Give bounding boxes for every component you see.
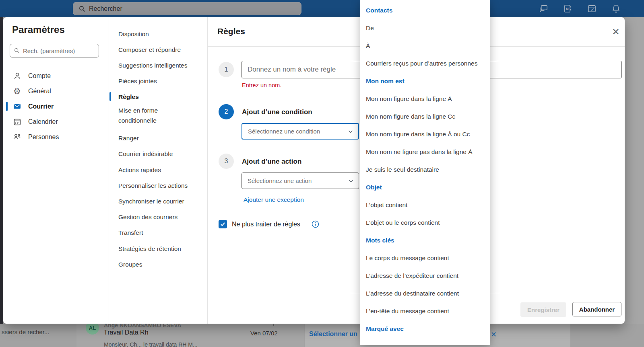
action-select[interactable]: Sélectionnez une action bbox=[242, 172, 359, 189]
menu-item[interactable]: Mon nom figure dans la ligne À ou Cc bbox=[360, 125, 490, 143]
stop-processing-checkbox[interactable] bbox=[219, 220, 227, 228]
condition-select[interactable]: Sélectionnez une condition bbox=[242, 123, 359, 140]
condition-select-placeholder: Sélectionnez une condition bbox=[248, 128, 320, 135]
folder-pane-text: ssiers de recher... bbox=[2, 329, 49, 335]
onenote-icon[interactable]: N bbox=[563, 4, 572, 13]
category-strategies[interactable]: Stratégies de rétention bbox=[109, 241, 207, 257]
search-icon bbox=[79, 6, 85, 12]
mail-preview: Monsieur, Ch... le travail data RH M... bbox=[104, 341, 198, 347]
category-synchroniser[interactable]: Synchroniser le courrier bbox=[109, 193, 207, 209]
save-button[interactable]: Enregistrer bbox=[520, 302, 566, 317]
category-label: Synchroniser le courrier bbox=[118, 198, 184, 205]
close-icon[interactable]: ✕ bbox=[609, 25, 622, 38]
add-exception-link[interactable]: Ajouter une exception bbox=[244, 196, 304, 203]
sidebar-item-label: Général bbox=[28, 88, 51, 95]
step-2-label: Ajout d’une condition bbox=[242, 108, 312, 116]
divider bbox=[207, 17, 208, 324]
dimmed-background-mail-list: ssiers de recher... AL Ange NKOANSAMBO E… bbox=[0, 324, 644, 347]
callout-close-icon[interactable]: ✕ bbox=[491, 331, 497, 338]
action-select-placeholder: Sélectionnez une action bbox=[248, 177, 312, 184]
mail-date: Ven 07/02 bbox=[250, 330, 278, 337]
category-mise-en-forme[interactable]: Mise en forme conditionnelle bbox=[109, 105, 190, 126]
category-pieces-jointes[interactable]: Pièces jointes bbox=[109, 73, 207, 89]
stop-processing-label: Ne plus traiter de règles bbox=[232, 221, 300, 228]
info-icon[interactable] bbox=[312, 220, 319, 228]
step-3-badge: 3 bbox=[219, 154, 234, 169]
category-ranger[interactable]: Ranger bbox=[109, 130, 207, 146]
chevron-down-icon bbox=[348, 178, 354, 184]
mail-list-row[interactable]: AL Ange NKOANSAMBO ESEVA Travail Data Rh… bbox=[76, 324, 304, 347]
menu-header: Mots clés bbox=[360, 232, 490, 249]
search-icon bbox=[14, 48, 20, 53]
condition-dropdown-menu: Contacts De À Courriers reçus pour d’aut… bbox=[360, 0, 490, 345]
person-icon bbox=[13, 72, 21, 80]
menu-header: Contacts bbox=[360, 2, 490, 19]
bell-icon[interactable] bbox=[611, 4, 621, 13]
discard-button[interactable]: Abandonner bbox=[572, 302, 621, 316]
rule-name-error: Entrez un nom. bbox=[242, 82, 281, 88]
category-transfert[interactable]: Transfert bbox=[109, 225, 207, 240]
category-label: Actions rapides bbox=[118, 166, 161, 174]
menu-item[interactable]: Mon nom ne figure pas dans la ligne À bbox=[360, 143, 490, 161]
sidebar-item-courrier[interactable]: Courrier bbox=[3, 99, 109, 114]
menu-item[interactable]: Je suis le seul destinataire bbox=[360, 161, 490, 179]
menu-header: Mon nom est bbox=[360, 72, 490, 90]
category-label: Pièces jointes bbox=[118, 78, 157, 85]
calendar-icon bbox=[13, 117, 21, 126]
menu-item[interactable]: Courriers reçus pour d’autres personnes bbox=[360, 55, 490, 72]
category-regles[interactable]: Règles bbox=[109, 89, 207, 105]
mail-subject: Travail Data Rh bbox=[104, 329, 149, 336]
menu-header: Objet bbox=[360, 179, 490, 196]
category-label: Groupes bbox=[118, 261, 142, 268]
settings-dialog: Paramètres Rech. (paramètres) Compte ⚙ G… bbox=[3, 17, 625, 324]
settings-title: Paramètres bbox=[12, 24, 65, 35]
category-label: Personnaliser les actions bbox=[118, 182, 188, 189]
category-indesirable[interactable]: Courrier indésirable bbox=[109, 146, 207, 162]
menu-item[interactable]: Le corps du message contient bbox=[360, 249, 490, 267]
category-label: Suggestions intelligentes bbox=[118, 62, 187, 69]
selected-indicator bbox=[6, 102, 8, 111]
todo-icon[interactable] bbox=[587, 4, 597, 13]
menu-item[interactable]: L’adresse de l’expéditeur contient bbox=[360, 267, 490, 285]
menu-item[interactable]: Mon nom figure dans la ligne Cc bbox=[360, 108, 490, 125]
app-top-bar: Rechercher N bbox=[0, 0, 644, 17]
menu-item[interactable]: L’adresse du destinataire contient bbox=[360, 285, 490, 302]
chat-icon[interactable] bbox=[539, 4, 548, 13]
menu-item[interactable]: L’objet ou le corps contient bbox=[360, 214, 490, 232]
category-gestion[interactable]: Gestion des courriers bbox=[109, 209, 207, 225]
sidebar-item-label: Courrier bbox=[28, 103, 54, 110]
category-label: Transfert bbox=[118, 229, 143, 236]
people-icon bbox=[13, 133, 21, 141]
global-search-input[interactable]: Rechercher bbox=[73, 2, 301, 15]
category-disposition[interactable]: Disposition bbox=[109, 26, 207, 42]
menu-item[interactable]: À bbox=[360, 37, 490, 55]
outlook-settings-screen: Rechercher N bbox=[0, 0, 644, 347]
menu-item[interactable]: Mon nom figure dans la ligne À bbox=[360, 90, 490, 108]
menu-item[interactable]: De bbox=[360, 19, 490, 37]
category-suggestions[interactable]: Suggestions intelligentes bbox=[109, 57, 207, 73]
page-title: Règles bbox=[217, 27, 245, 36]
sidebar-item-label: Personnes bbox=[28, 133, 59, 141]
sidebar-item-calendrier[interactable]: Calendrier bbox=[3, 114, 109, 129]
sidebar-item-compte[interactable]: Compte bbox=[3, 68, 109, 84]
menu-item[interactable]: L’en-tête du message contient bbox=[360, 302, 490, 320]
category-personnaliser[interactable]: Personnaliser les actions bbox=[109, 178, 207, 193]
sidebar-item-general[interactable]: ⚙ Général bbox=[3, 83, 109, 99]
category-label: Mise en forme conditionnelle bbox=[118, 106, 190, 126]
category-label: Gestion des courriers bbox=[118, 214, 178, 221]
category-label: Ranger bbox=[118, 135, 139, 142]
step-1-badge: 1 bbox=[219, 62, 234, 77]
category-groupes[interactable]: Groupes bbox=[109, 257, 207, 272]
app-left-rail bbox=[0, 17, 3, 324]
mail-icon bbox=[13, 102, 21, 111]
menu-header: Marqué avec bbox=[360, 320, 490, 338]
settings-search-input[interactable]: Rech. (paramètres) bbox=[10, 44, 99, 57]
category-actions-rapides[interactable]: Actions rapides bbox=[109, 162, 207, 178]
global-search-placeholder: Rechercher bbox=[89, 5, 122, 12]
callout-text: Sélectionner un bbox=[309, 331, 357, 338]
gear-icon: ⚙ bbox=[13, 87, 21, 95]
step-2-badge: 2 bbox=[219, 104, 234, 119]
sidebar-item-personnes[interactable]: Personnes bbox=[3, 129, 109, 145]
category-composer[interactable]: Composer et répondre bbox=[109, 42, 207, 57]
menu-item[interactable]: L’objet contient bbox=[360, 196, 490, 214]
